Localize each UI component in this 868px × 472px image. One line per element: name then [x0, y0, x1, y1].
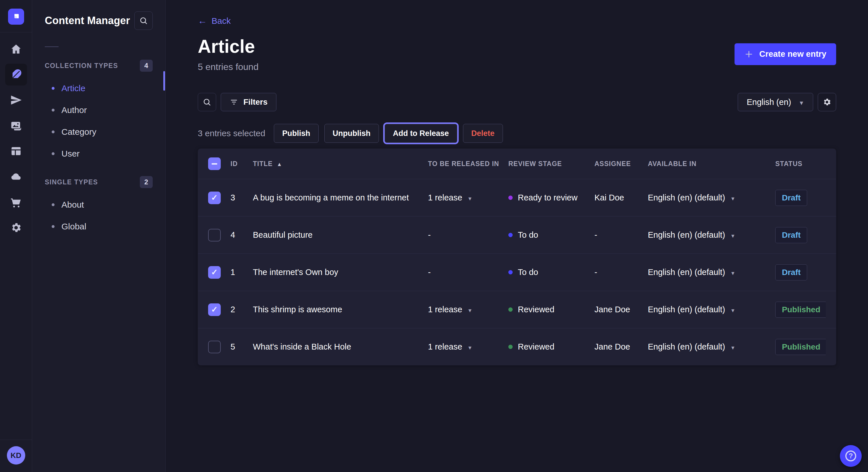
- add-to-release-button[interactable]: Add to Release: [384, 124, 457, 143]
- bullet-icon: [52, 87, 55, 90]
- entries-count: 5 entries found: [198, 62, 259, 72]
- table-row: 2 This shrimp is awesome 1 release Revie…: [198, 291, 836, 328]
- app-window: KD Content Manager COLLECTION TYPES4 Art…: [0, 0, 868, 472]
- cell-to-be-released-in[interactable]: 1 release: [428, 342, 508, 351]
- stage-dot-icon: [508, 307, 513, 312]
- cloud-icon: [10, 171, 22, 183]
- cell-title: Beautiful picture: [253, 230, 428, 240]
- status-badge: Draft: [775, 264, 807, 280]
- cell-available-in[interactable]: English (en) (default): [648, 193, 775, 202]
- nav-media-library[interactable]: [5, 115, 27, 136]
- locale-label: English (en) (default): [648, 305, 725, 314]
- sidebar-item-global[interactable]: Global: [45, 216, 153, 237]
- column-header-title[interactable]: TITLE: [253, 160, 428, 168]
- column-header-id[interactable]: ID: [230, 160, 253, 168]
- cell-to-be-released-in[interactable]: 1 release: [428, 305, 508, 314]
- table-row: 3 A bug is becoming a meme on the intern…: [198, 179, 836, 216]
- cell-status: Published: [775, 302, 826, 318]
- entries-table: ID TITLE TO BE RELEASED IN REVIEW STAGE …: [198, 148, 836, 365]
- stage-dot-icon: [508, 270, 513, 274]
- cell-assignee: Kai Doe: [594, 193, 648, 202]
- locale-select[interactable]: English (en): [738, 93, 813, 111]
- help-button[interactable]: [840, 445, 862, 467]
- cell-status: Draft: [775, 227, 826, 243]
- nav-deploy-cloud[interactable]: [5, 166, 27, 188]
- plus-icon: [744, 49, 753, 59]
- user-avatar[interactable]: KD: [7, 446, 25, 465]
- row-checkbox[interactable]: [208, 192, 221, 204]
- cell-review-stage: Reviewed: [508, 305, 594, 314]
- filter-icon: [229, 98, 238, 106]
- cell-available-in[interactable]: English (en) (default): [648, 268, 775, 277]
- column-header-assignee[interactable]: ASSIGNEE: [594, 160, 648, 168]
- view-settings-button[interactable]: [818, 93, 836, 111]
- nav-content-manager[interactable]: [5, 64, 27, 86]
- sidebar-item-user[interactable]: User: [45, 143, 153, 165]
- cell-id: 4: [230, 230, 253, 240]
- back-label: Back: [212, 16, 231, 26]
- table-body: 3 A bug is becoming a meme on the intern…: [198, 179, 836, 365]
- cell-to-be-released-in[interactable]: -: [428, 230, 508, 240]
- cell-to-be-released-in[interactable]: -: [428, 268, 508, 277]
- row-checkbox[interactable]: [208, 341, 221, 353]
- row-checkbox[interactable]: [208, 303, 221, 316]
- cell-id: 5: [230, 342, 253, 351]
- sidebar-item-article[interactable]: Article: [45, 77, 153, 99]
- cell-status: Published: [775, 339, 826, 355]
- nav-marketplace[interactable]: [5, 191, 27, 213]
- locale-label: English (en) (default): [648, 268, 725, 277]
- sidebar-item-category[interactable]: Category: [45, 121, 153, 143]
- cell-to-be-released-in[interactable]: 1 release: [428, 193, 508, 202]
- select-all-checkbox[interactable]: [208, 158, 221, 170]
- unpublish-button[interactable]: Unpublish: [324, 124, 379, 143]
- nav-releases[interactable]: [5, 89, 27, 111]
- cell-available-in[interactable]: English (en) (default): [648, 342, 775, 351]
- row-checkbox[interactable]: [208, 266, 221, 279]
- column-header-title-label: TITLE: [253, 160, 273, 168]
- chevron-down-icon: [467, 305, 472, 314]
- cell-available-in[interactable]: English (en) (default): [648, 230, 775, 240]
- active-scroll-indicator[interactable]: [163, 71, 165, 91]
- column-header-to-be-released-in[interactable]: TO BE RELEASED IN: [428, 160, 508, 168]
- stage-dot-icon: [508, 196, 513, 200]
- stage-label: Reviewed: [518, 342, 554, 351]
- nav-home[interactable]: [5, 38, 27, 60]
- cell-available-in[interactable]: English (en) (default): [648, 305, 775, 314]
- gear-icon: [10, 222, 22, 234]
- bullet-icon: [52, 203, 55, 206]
- cell-id: 1: [230, 268, 253, 277]
- strapi-logo[interactable]: [8, 9, 24, 25]
- main-content: Back Article 5 entries found Create new …: [166, 0, 868, 472]
- sidebar-header: Content Manager: [45, 0, 153, 30]
- sidebar-search-button[interactable]: [134, 11, 153, 30]
- back-link[interactable]: Back: [198, 15, 231, 26]
- sidebar-section: COLLECTION TYPES4 Article Author Categor…: [45, 56, 153, 165]
- rail-divider: [0, 440, 32, 440]
- search-button[interactable]: [198, 93, 216, 111]
- bullet-icon: [52, 109, 55, 111]
- delete-button[interactable]: Delete: [463, 124, 503, 143]
- publish-button[interactable]: Publish: [274, 124, 319, 143]
- stage-label: To do: [518, 268, 538, 277]
- sort-ascending-icon: [277, 160, 282, 168]
- status-badge: Published: [775, 339, 826, 355]
- column-header-status[interactable]: STATUS: [775, 160, 826, 168]
- cart-icon: [10, 196, 22, 208]
- sidebar-item-author[interactable]: Author: [45, 99, 153, 121]
- stage-label: Reviewed: [518, 305, 554, 314]
- section-count-badge: 2: [140, 176, 153, 188]
- column-header-available-in[interactable]: AVAILABLE IN: [648, 160, 775, 168]
- filters-button[interactable]: Filters: [221, 93, 276, 111]
- create-new-entry-button[interactable]: Create new entry: [735, 43, 836, 65]
- rail-bottom: KD: [0, 440, 32, 472]
- column-header-review-stage[interactable]: REVIEW STAGE: [508, 160, 594, 168]
- chevron-down-icon: [730, 193, 735, 202]
- row-checkbox[interactable]: [208, 229, 221, 241]
- sidebar-item-about[interactable]: About: [45, 194, 153, 216]
- status-badge: Published: [775, 302, 826, 318]
- search-icon: [203, 98, 212, 107]
- nav-content-type-builder[interactable]: [5, 140, 27, 162]
- nav-settings[interactable]: [5, 217, 27, 239]
- cell-title: A bug is becoming a meme on the internet: [253, 193, 428, 202]
- stage-dot-icon: [508, 345, 513, 349]
